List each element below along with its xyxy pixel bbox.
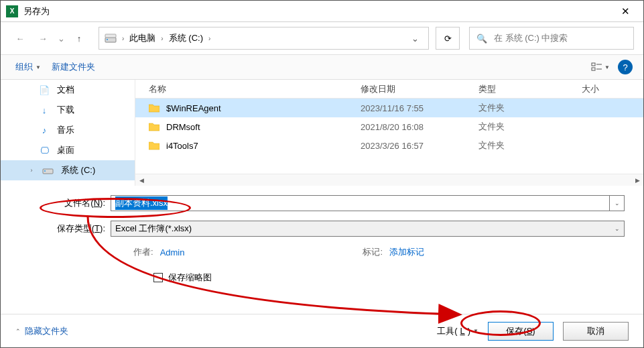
file-row[interactable]: DRMsoft 2021/8/20 16:08 文件夹	[135, 117, 643, 136]
sidebar-item-label: 桌面	[57, 144, 74, 156]
desktop-icon: 🖵	[38, 146, 50, 156]
save-button[interactable]: 保存(S)	[488, 322, 554, 341]
horizontal-scrollbar[interactable]: ◀ ▶	[135, 174, 643, 186]
file-name: DRMsoft	[166, 122, 200, 132]
svg-marker-10	[149, 123, 159, 131]
sidebar-item-label: 系统 (C:)	[61, 164, 95, 176]
folder-icon	[149, 122, 159, 131]
col-date[interactable]: 修改日期	[361, 83, 478, 95]
address-dropdown[interactable]: ⌄	[405, 31, 426, 46]
search-placeholder: 在 系统 (C:) 中搜索	[494, 32, 568, 44]
svg-rect-2	[105, 34, 116, 38]
filename-label: 文件名(N):	[19, 197, 111, 209]
author-label: 作者:	[133, 246, 153, 258]
hide-folders-toggle[interactable]: ⌃ 隐藏文件夹	[15, 325, 68, 337]
search-input[interactable]: 🔍 在 系统 (C:) 中搜索	[469, 27, 634, 50]
sidebar-item-label: 音乐	[57, 124, 74, 136]
tags-label: 标记:	[363, 246, 383, 258]
file-type: 文件夹	[478, 102, 582, 114]
organize-button[interactable]: 组织▼	[11, 58, 45, 76]
sidebar-item-label: 文档	[57, 84, 74, 96]
downloads-icon: ↓	[38, 105, 50, 115]
tags-value[interactable]: 添加标记	[389, 246, 424, 258]
file-date: 2021/8/20 16:08	[361, 122, 478, 132]
search-icon: 🔍	[476, 34, 487, 44]
folder-icon	[149, 103, 159, 113]
back-button[interactable]: ←	[10, 28, 30, 48]
col-name[interactable]: 名称	[149, 83, 361, 95]
expand-icon[interactable]: ›	[27, 167, 36, 174]
filetype-label: 保存类型(T):	[19, 223, 111, 235]
breadcrumb-seg-drive[interactable]: 系统 (C:)	[166, 31, 206, 46]
excel-app-icon: X	[6, 5, 18, 17]
thumbnail-checkbox[interactable]	[153, 273, 163, 282]
window-title: 另存为	[23, 5, 610, 17]
author-value[interactable]: Admin	[160, 247, 185, 257]
address-bar[interactable]: › 此电脑 › 系统 (C:) › ⌄	[99, 27, 429, 50]
file-row[interactable]: $WinREAgent 2023/11/16 7:55 文件夹	[135, 99, 643, 117]
file-type: 文件夹	[478, 121, 582, 133]
svg-rect-8	[44, 170, 46, 172]
documents-icon: 📄	[38, 85, 50, 95]
sidebar-item-desktop[interactable]: 🖵 桌面	[1, 140, 135, 160]
file-name: $WinREAgent	[166, 103, 221, 113]
thumbnail-label: 保存缩略图	[168, 272, 212, 284]
breadcrumb: › 此电脑 › 系统 (C:) ›	[122, 31, 210, 46]
col-size[interactable]: 大小	[582, 83, 599, 95]
forward-button: →	[33, 28, 53, 48]
refresh-button[interactable]: ⟳	[436, 27, 460, 50]
scroll-right-icon[interactable]: ▶	[631, 174, 643, 186]
breadcrumb-seg-thispc[interactable]: 此电脑	[127, 31, 158, 46]
file-pane: 名称 修改日期 类型 大小 $WinREAgent 2023/11/16 7:5…	[135, 80, 643, 186]
filetype-select[interactable]: Excel 工作簿(*.xlsx) ⌄	[111, 221, 625, 237]
column-headers: 名称 修改日期 类型 大小	[135, 80, 643, 99]
titlebar: X 另存为 ✕	[1, 1, 643, 22]
file-row[interactable]: i4Tools7 2023/3/26 16:57 文件夹	[135, 136, 643, 155]
main-area: 📄 文档 ↓ 下载 ♪ 音乐 🖵 桌面 › 系统 (C:) 名称 修改日期 类型	[1, 80, 643, 186]
toolbar: 组织▼ 新建文件夹 ▼ ?	[1, 54, 643, 80]
breadcrumb-root-arrow[interactable]: ›	[122, 35, 124, 42]
chevron-icon: ⌃	[15, 328, 21, 335]
drive-icon	[105, 32, 118, 44]
newfolder-button[interactable]: 新建文件夹	[48, 58, 99, 76]
col-type[interactable]: 类型	[478, 83, 582, 95]
close-button[interactable]: ✕	[610, 1, 641, 22]
cancel-button[interactable]: 取消	[563, 322, 629, 341]
sidebar-item-music[interactable]: ♪ 音乐	[1, 120, 135, 140]
file-type: 文件夹	[478, 139, 582, 152]
svg-rect-1	[107, 39, 108, 40]
save-form: 文件名(N): 副本资料.xlsx ⌄ 保存类型(T): Excel 工作簿(*…	[1, 195, 643, 290]
recent-dropdown[interactable]: ⌄	[56, 28, 66, 48]
filename-input[interactable]: 副本资料.xlsx	[111, 195, 610, 211]
svg-rect-3	[592, 63, 595, 66]
music-icon: ♪	[38, 125, 50, 135]
file-date: 2023/3/26 16:57	[361, 141, 478, 151]
svg-marker-9	[149, 105, 159, 112]
svg-rect-4	[592, 68, 595, 70]
svg-marker-11	[149, 142, 159, 150]
sidebar-item-system-c[interactable]: › 系统 (C:)	[1, 160, 135, 180]
scroll-left-icon[interactable]: ◀	[135, 174, 147, 186]
file-date: 2023/11/16 7:55	[361, 103, 478, 113]
filename-dropdown[interactable]: ⌄	[610, 195, 625, 211]
tools-menu[interactable]: 工具(L) ▼	[437, 325, 478, 337]
folder-icon	[149, 141, 159, 150]
help-button[interactable]: ?	[618, 60, 633, 74]
sidebar-item-label: 下载	[57, 104, 74, 116]
sidebar-item-documents[interactable]: 📄 文档	[1, 80, 135, 100]
navbar: ← → ⌄ ↑ › 此电脑 › 系统 (C:) › ⌄ ⟳ 🔍 在 系统 (C:…	[1, 22, 643, 54]
view-mode-button[interactable]: ▼	[590, 60, 611, 74]
up-button[interactable]: ↑	[69, 28, 89, 48]
drive-icon	[42, 166, 54, 175]
sidebar-item-downloads[interactable]: ↓ 下载	[1, 100, 135, 120]
bottom-bar: ⌃ 隐藏文件夹 工具(L) ▼ 保存(S) 取消	[1, 314, 643, 347]
file-name: i4Tools7	[166, 141, 198, 151]
sidebar: 📄 文档 ↓ 下载 ♪ 音乐 🖵 桌面 › 系统 (C:)	[1, 80, 135, 186]
